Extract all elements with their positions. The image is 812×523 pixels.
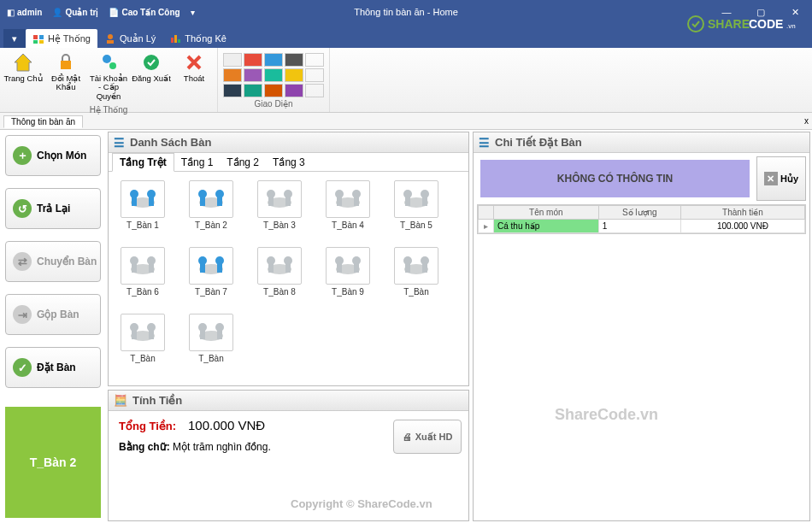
svg-point-55	[284, 256, 292, 265]
table-label: T_Bàn	[403, 287, 428, 297]
file-menu-button[interactable]: ▾	[3, 29, 26, 48]
svg-rect-37	[354, 197, 359, 206]
svg-point-50	[215, 256, 224, 265]
table-item[interactable]: T_Bàn 8	[254, 247, 305, 297]
svg-rect-51	[200, 264, 205, 273]
document-tab[interactable]: Thông tin bàn ăn	[3, 115, 83, 128]
svg-rect-61	[337, 264, 342, 273]
svg-point-35	[352, 190, 361, 198]
table-item[interactable]: T_Bàn 4	[322, 180, 374, 230]
svg-rect-7	[174, 35, 177, 43]
floor-tab-2[interactable]: Tầng 2	[220, 154, 266, 171]
table-row[interactable]: ▸Cá thu hấp1100.000 VNĐ	[479, 220, 805, 233]
svg-point-45	[147, 256, 156, 265]
table-item[interactable]: T_Bàn	[391, 247, 442, 297]
svg-point-15	[103, 55, 111, 63]
svg-rect-31	[268, 197, 274, 206]
svg-text:CODE: CODE	[749, 17, 783, 31]
brand-watermark: SHARECODE.vn	[685, 7, 805, 41]
ribbon-group2-label: Giao Diện	[221, 99, 326, 110]
list-icon: ☰	[114, 136, 125, 150]
svg-marker-13	[15, 54, 32, 71]
svg-rect-42	[422, 197, 427, 206]
choose-dish-button[interactable]: ＋Chọn Món	[5, 135, 101, 176]
tab-he-thong[interactable]: Hệ Thống	[26, 29, 97, 48]
ribbon-home-button[interactable]: Trang Chủ	[2, 50, 44, 103]
ribbon-exit-button[interactable]: Thoát	[173, 50, 215, 103]
merge-table-button[interactable]: ⇥Gộp Bàn	[5, 294, 101, 335]
table-item[interactable]: T_Bàn 7	[185, 247, 237, 297]
svg-point-44	[130, 256, 138, 265]
table-icon	[394, 180, 438, 218]
svg-rect-57	[285, 264, 291, 273]
table-icon	[326, 247, 370, 285]
table-icon	[189, 180, 233, 218]
tab-quan-ly[interactable]: Quản Lý	[97, 29, 162, 48]
title-role-badge: 👤 Quản trị	[52, 8, 98, 17]
svg-point-9	[688, 16, 703, 32]
table-icon	[121, 314, 165, 351]
ribbon-logout-button[interactable]: Đăng Xuất	[130, 50, 173, 103]
table-icon	[121, 247, 165, 285]
svg-rect-2	[33, 40, 38, 44]
svg-rect-8	[178, 39, 180, 43]
svg-rect-21	[132, 197, 137, 206]
floor-tab-0[interactable]: Tầng Trệt	[112, 153, 174, 172]
table-item[interactable]: T_Bàn 6	[117, 247, 168, 297]
floor-tab-1[interactable]: Tầng 1	[174, 154, 221, 171]
skin-gallery[interactable]	[223, 53, 324, 97]
svg-rect-32	[285, 197, 291, 206]
ribbon-password-button[interactable]: Đổi Mật Khẩu	[44, 50, 87, 103]
table-item[interactable]: T_Bàn 3	[254, 180, 305, 230]
cancel-button[interactable]: ✕Hủy	[756, 156, 806, 201]
svg-rect-52	[217, 264, 222, 273]
total-text-value: Một trăm nghìn đồng.	[173, 441, 271, 453]
total-value: 100.000 VNĐ	[188, 418, 265, 432]
total-label: Tổng Tiền:	[119, 420, 176, 432]
reserve-button[interactable]: ✓Đặt Bàn	[5, 347, 101, 388]
list-icon: ☰	[479, 136, 490, 150]
no-info-banner: KHÔNG CÓ THÔNG TIN	[480, 160, 750, 197]
table-label: T_Bàn 8	[263, 287, 296, 297]
table-icon	[394, 247, 438, 285]
table-icon	[326, 180, 370, 218]
table-item[interactable]: T_Bàn 9	[322, 247, 374, 297]
svg-rect-5	[107, 40, 114, 44]
table-item[interactable]: T_Bàn	[185, 314, 237, 363]
tab-thong-ke[interactable]: Thống Kê	[162, 29, 233, 48]
table-item[interactable]: T_Bàn 5	[391, 180, 442, 230]
ribbon-account-button[interactable]: Tài Khoản - Cấp Quyền	[87, 50, 130, 103]
table-label: T_Bàn 3	[263, 220, 296, 230]
table-label: T_Bàn 7	[195, 287, 227, 297]
return-button[interactable]: ↺Trả Lại	[5, 188, 101, 229]
floor-tab-3[interactable]: Tầng 3	[266, 154, 312, 171]
move-table-button[interactable]: ⇄Chuyển Bàn	[5, 241, 101, 282]
svg-point-69	[130, 323, 138, 332]
export-invoice-button[interactable]: 🖨Xuất HD	[393, 420, 462, 454]
svg-point-30	[284, 190, 292, 198]
svg-point-39	[403, 190, 412, 198]
table-item[interactable]: T_Bàn	[117, 314, 168, 363]
title-dropdown-icon[interactable]: ▾	[191, 8, 195, 17]
table-item[interactable]: T_Bàn 2	[185, 180, 237, 230]
total-text-label: Bằng chữ:	[119, 441, 170, 453]
table-label: T_Bàn 9	[332, 287, 364, 297]
svg-point-16	[109, 62, 116, 69]
doc-close-icon[interactable]: x	[804, 116, 809, 126]
table-label: T_Bàn 5	[400, 220, 432, 230]
svg-point-65	[421, 256, 429, 265]
close-icon: ✕	[764, 172, 778, 185]
menu-tabs: ▾ Hệ Thống Quản Lý Thống Kê SHARECODE.vn	[0, 24, 812, 48]
table-icon	[121, 180, 165, 218]
svg-point-60	[352, 256, 361, 265]
app-title: Thông tin bàn ăn - Home	[354, 7, 458, 17]
table-label: T_Bàn 4	[332, 220, 364, 230]
svg-rect-62	[354, 264, 359, 273]
table-item[interactable]: T_Bàn 1	[117, 180, 168, 230]
svg-rect-27	[217, 197, 222, 206]
selected-table-indicator: T_Bàn 2	[5, 407, 101, 518]
svg-point-49	[198, 256, 207, 265]
table-label: T_Bàn	[198, 354, 223, 363]
svg-rect-67	[422, 264, 427, 273]
printer-icon: 🖨	[403, 432, 412, 442]
